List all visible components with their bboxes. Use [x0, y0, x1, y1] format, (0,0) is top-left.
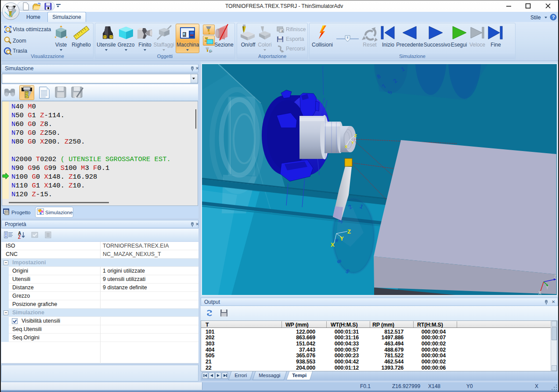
svg-text:Z: Z [354, 133, 357, 138]
svg-text:Z: Z [554, 274, 556, 279]
svg-text:Y: Y [351, 140, 354, 145]
svg-text:Z: Z [347, 228, 351, 235]
svg-text:Z: Z [18, 235, 21, 240]
svg-text:X: X [538, 291, 541, 295]
svg-text:Y: Y [546, 285, 549, 290]
svg-text:X: X [345, 144, 348, 149]
svg-text:a: a [281, 29, 283, 32]
svg-text:X: X [331, 241, 335, 248]
svg-text:?: ? [552, 14, 555, 20]
svg-text:Y: Y [340, 235, 344, 242]
